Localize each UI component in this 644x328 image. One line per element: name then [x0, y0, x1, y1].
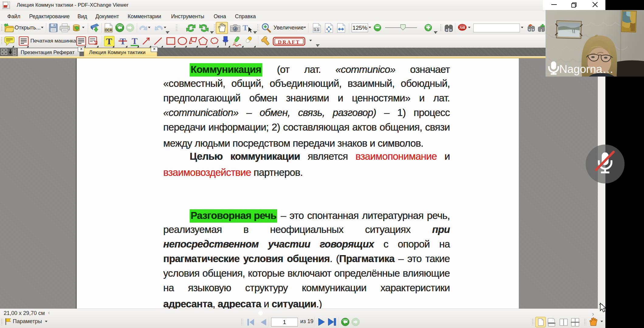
svg-text:T: T — [106, 36, 112, 46]
svg-text:Nagorna…: Nagorna… — [559, 63, 614, 75]
svg-text:OCR: OCR — [105, 28, 112, 32]
svg-text:DRAFT: DRAFT — [278, 39, 300, 45]
svg-text:T: T — [132, 36, 137, 46]
svg-text:T: T — [243, 23, 248, 32]
svg-text:1:1: 1:1 — [314, 28, 319, 31]
svg-text:Ask: Ask — [459, 25, 466, 30]
